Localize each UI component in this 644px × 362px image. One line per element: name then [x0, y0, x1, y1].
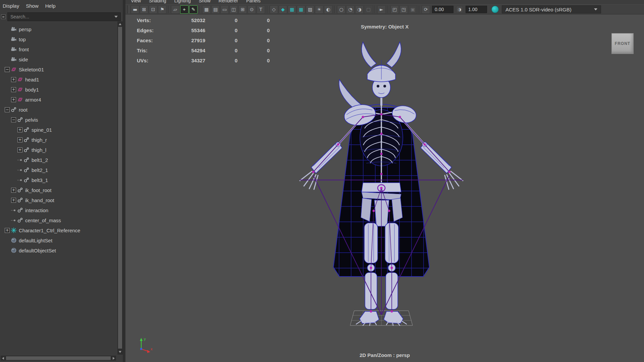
toolbar-exposure-icon[interactable]: ⟳: [422, 5, 430, 14]
outliner-item-defaultObjectSet[interactable]: defaultObjectSet: [0, 245, 117, 255]
outliner-item-belt1_2[interactable]: belt1_2: [0, 155, 117, 165]
leaf-connector: [17, 168, 22, 173]
toolbar-2d-pan-zoom[interactable]: ⌖: [180, 5, 189, 14]
outliner-item-thigh_r[interactable]: +thigh_r: [0, 135, 117, 145]
outliner-item-persp[interactable]: persp: [0, 24, 117, 34]
horizontal-scroll-thumb[interactable]: [6, 356, 111, 360]
expander-plus-icon[interactable]: +: [11, 198, 16, 203]
outliner-item-root[interactable]: −root: [0, 105, 117, 115]
outliner-item-label: center_of_mass: [25, 218, 61, 223]
expander-plus-icon[interactable]: +: [11, 188, 16, 193]
toolbar-grid[interactable]: ▦: [202, 5, 211, 14]
filter-icon[interactable]: [1, 14, 6, 19]
outliner-item-Character1_Ctrl_Reference[interactable]: +Character1_Ctrl_Reference: [0, 225, 117, 235]
outliner-item-spine_01[interactable]: +spine_01: [0, 125, 117, 135]
expander-plus-icon[interactable]: +: [17, 137, 22, 142]
scroll-up-arrow-icon[interactable]: [119, 23, 121, 25]
viewport-menu-lighting[interactable]: Lighting: [174, 0, 191, 4]
chevron-down-icon: [594, 8, 597, 10]
outliner-item-interaction[interactable]: interaction: [0, 205, 117, 215]
toolbar-film-gate[interactable]: ▤: [211, 5, 220, 14]
toolbar-lock-camera[interactable]: ⊠: [140, 5, 148, 14]
outliner-item-body1[interactable]: +body1: [0, 84, 117, 95]
toolbar-textured[interactable]: ▩: [288, 5, 296, 14]
outliner-item-label: front: [19, 47, 29, 52]
outliner-vertical-scrollbar[interactable]: [117, 21, 123, 355]
viewport-canvas[interactable]: Verts:5203200Edges:5534600Faces:2791900T…: [125, 14, 644, 362]
search-input[interactable]: [10, 14, 112, 19]
expander-minus-icon[interactable]: −: [5, 107, 10, 112]
toolbar-safe-action[interactable]: ⊙: [248, 5, 256, 14]
outliner-item-center_of_mass[interactable]: center_of_mass: [0, 215, 117, 225]
viewport-menu-renderer[interactable]: Renderer: [219, 0, 238, 4]
outliner-item-side[interactable]: side: [0, 54, 117, 64]
expander-plus-icon[interactable]: +: [11, 77, 16, 82]
toolbar-shadows[interactable]: ◐: [324, 5, 332, 14]
outliner-item-ik_hand_root[interactable]: +ik_hand_root: [0, 195, 117, 205]
scroll-right-arrow-icon[interactable]: [113, 357, 115, 360]
expander-plus-icon[interactable]: +: [5, 228, 10, 233]
outliner-item-defaultLightSet[interactable]: defaultLightSet: [0, 235, 117, 245]
toolbar-field-chart[interactable]: ⊞: [238, 5, 247, 14]
mesh-icon: [11, 66, 17, 72]
toolbar-default-lighting[interactable]: ☀: [315, 5, 323, 14]
outliner-item-pelvis[interactable]: −pelvis: [0, 115, 117, 125]
outliner-menu-display[interactable]: Display: [3, 3, 19, 9]
colorspace-dropdown[interactable]: ACES 1.0 SDR-video (sRGB): [502, 5, 601, 13]
toolbar-shaded[interactable]: ◆: [279, 5, 287, 14]
outliner-horizontal-scrollbar[interactable]: [1, 356, 116, 361]
outliner-menu-help[interactable]: Help: [45, 3, 56, 9]
expander-plus-icon[interactable]: +: [17, 147, 22, 153]
outliner-item-head1[interactable]: +head1: [0, 74, 117, 84]
hud-stat-count: 54294: [168, 48, 205, 53]
viewport-menu-panels[interactable]: Panels: [246, 0, 261, 4]
vertical-scroll-thumb[interactable]: [118, 27, 122, 349]
scroll-left-arrow-icon[interactable]: [2, 357, 4, 360]
toolbar-occlusion[interactable]: ○: [337, 5, 345, 14]
toolbar-select-camera[interactable]: ▬: [131, 5, 139, 14]
view-cube[interactable]: FRONT: [611, 33, 634, 54]
expander-plus-icon[interactable]: +: [11, 97, 16, 102]
toolbar-safe-title[interactable]: T: [257, 5, 265, 14]
scroll-down-arrow-icon[interactable]: [119, 351, 121, 353]
outliner-item-top[interactable]: top: [0, 34, 117, 44]
hud-stat-count: 52032: [168, 17, 205, 23]
toolbar-handle[interactable]: [127, 5, 129, 13]
toolbar-bookmark[interactable]: ⚑: [158, 5, 166, 14]
toolbar-wireframe-on-shaded[interactable]: ▦: [297, 5, 305, 14]
expander-plus-icon[interactable]: +: [17, 127, 22, 132]
gamma-icon[interactable]: ◑: [456, 6, 463, 13]
toolbar-wireframe[interactable]: ◇: [270, 5, 278, 14]
toolbar-tear-off[interactable]: ◳: [399, 5, 408, 14]
toolbar-image-plane[interactable]: ▱: [171, 5, 179, 14]
outliner-item-armor4[interactable]: +armor4: [0, 95, 117, 105]
toolbar-tear-off-copy[interactable]: ◰: [390, 5, 399, 14]
outliner-item-belt3_1[interactable]: belt3_1: [0, 175, 117, 185]
outliner-item-ik_foot_root[interactable]: +ik_foot_root: [0, 185, 117, 195]
toolbar-gate-mask[interactable]: ◫: [229, 5, 238, 14]
toolbar-camera-attributes[interactable]: ⊡: [149, 5, 157, 14]
expander-plus-icon[interactable]: +: [11, 87, 16, 92]
viewport-menu-show[interactable]: Show: [199, 0, 211, 4]
color-management-toggle[interactable]: [491, 6, 499, 13]
character-wireframe-model[interactable]: [278, 37, 485, 340]
toolbar-isolate-select[interactable]: ►: [377, 5, 386, 14]
viewport-menu-shading[interactable]: Shading: [149, 0, 166, 4]
outliner-item-Skeleton01[interactable]: −Skeleton01: [0, 64, 117, 74]
outliner-menu-show[interactable]: Show: [26, 3, 39, 9]
toolbar-anti-aliasing[interactable]: ◑: [355, 5, 364, 14]
search-chevron-down-icon[interactable]: [114, 16, 118, 18]
outliner-item-front[interactable]: front: [0, 44, 117, 54]
viewport-menubar: ViewShadingLightingShowRendererPanels: [125, 0, 644, 4]
expander-minus-icon[interactable]: −: [5, 67, 10, 72]
expander-minus-icon[interactable]: −: [11, 117, 16, 122]
exposure-field[interactable]: 0.00: [432, 6, 453, 13]
outliner-item-belt2_1[interactable]: belt2_1: [0, 165, 117, 175]
outliner-item-thigh_l[interactable]: +thigh_l: [0, 145, 117, 155]
toolbar-xray[interactable]: ▨: [306, 5, 314, 14]
toolbar-resolution-gate[interactable]: ▭: [220, 5, 229, 14]
gamma-field[interactable]: 1.00: [466, 6, 487, 13]
toolbar-grease-pencil[interactable]: ✎: [189, 5, 198, 14]
toolbar-motion-blur[interactable]: ◔: [346, 5, 355, 14]
viewport-menu-view[interactable]: View: [131, 0, 141, 4]
